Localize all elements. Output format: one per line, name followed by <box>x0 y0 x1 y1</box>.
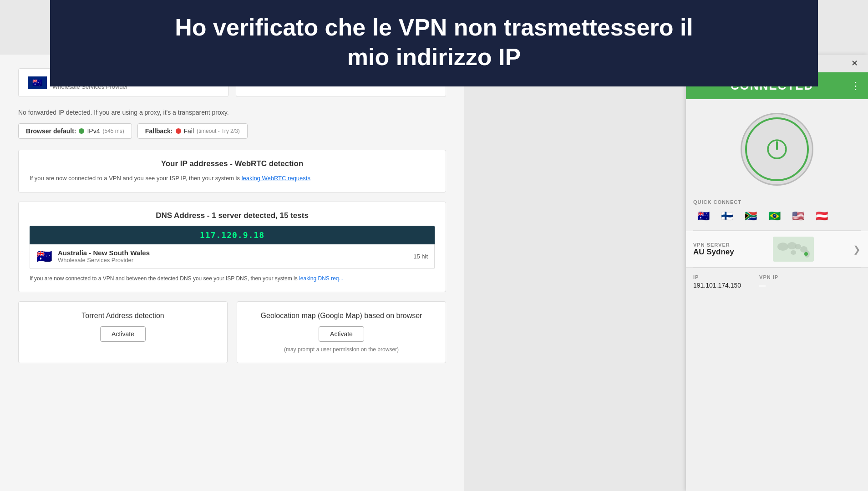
qc-flag-fi[interactable]: 🇫🇮 <box>717 209 737 223</box>
geolocation-title: Geolocation map (Google Map) based on br… <box>246 312 437 320</box>
fallback-badge: Fallback: Fail (timeout - Try 2/3) <box>137 123 248 139</box>
fallback-status-dot <box>176 128 181 134</box>
qc-flag-us[interactable]: 🇺🇸 <box>788 209 808 223</box>
banner-text-line2: mio indirizzo IP <box>347 44 521 70</box>
world-map-svg <box>773 237 814 262</box>
geolocation-card: Geolocation map (Google Map) based on br… <box>237 301 446 363</box>
power-circle-container <box>686 99 868 195</box>
webrtc-section: Your IP addresses - WebRTC detection If … <box>18 150 446 192</box>
svg-point-5 <box>795 244 801 249</box>
torrent-activate-button[interactable]: Activate <box>100 326 146 342</box>
browser-default-status: IPv4 <box>87 127 100 135</box>
dns-ip-bar: 117.120.9.18 <box>30 226 435 244</box>
test-row: Browser default: IPv4 (545 ms) Fallback:… <box>18 123 446 139</box>
vpn-server-label: VPN SERVER <box>693 242 734 248</box>
ip-label: IP <box>693 274 741 280</box>
geolocation-activate-button[interactable]: Activate <box>319 326 364 342</box>
qc-flag-at[interactable]: 🇦🇹 <box>812 209 832 223</box>
vpn-ip-value: — <box>759 282 778 289</box>
vpn-server-chevron-icon[interactable]: ❯ <box>853 244 861 255</box>
dns-ip-container: 117.120.9.18 🇦🇺 Australia - New South Wa… <box>30 226 435 269</box>
vpn-server-section[interactable]: VPN SERVER AU Sydney ❯ <box>686 231 868 268</box>
dns-hits: 15 hit <box>413 253 428 260</box>
quick-connect-section: QUICK CONNECT 🇦🇺 🇫🇮 🇿🇦 🇧🇷 🇺🇸 🇦🇹 <box>686 195 868 230</box>
ip-info-section: IP 191.101.174.150 VPN IP — <box>686 268 868 295</box>
vpn-server-name: AU Sydney <box>693 248 734 257</box>
ip-block: IP 191.101.174.150 <box>693 274 741 289</box>
banner: Ho verificato che le VPN non trasmettess… <box>50 0 818 86</box>
qc-flag-br[interactable]: 🇧🇷 <box>764 209 784 223</box>
main-content: 🇦🇺 Australia - New South Wales Wholesale… <box>0 55 464 491</box>
svg-point-3 <box>777 243 788 251</box>
dns-warning-text: If you are now connected to a VPN and be… <box>30 274 435 283</box>
power-circle-outer <box>741 113 813 186</box>
no-forward-text: No forwarded IP detected. If you are usi… <box>18 104 446 123</box>
fallback-detail: (timeout - Try 2/3) <box>197 128 240 134</box>
vpn-server-map <box>773 237 814 262</box>
browser-default-detail: (545 ms) <box>102 128 124 134</box>
browser-default-label: Browser default: <box>26 127 76 135</box>
banner-text-line1: Ho verificato che le VPN non trasmettess… <box>175 14 693 40</box>
pia-panel: Private Internet Access ✕ CONNECTED ⋮ QU… <box>686 55 868 491</box>
torrent-title: Torrent Address detection <box>28 312 218 320</box>
svg-point-6 <box>791 250 796 255</box>
webrtc-title: Your IP addresses - WebRTC detection <box>30 159 435 168</box>
dns-section: DNS Address - 1 server detected, 15 test… <box>18 202 446 292</box>
ipv4-status-dot <box>79 128 84 134</box>
torrent-card: Torrent Address detection Activate <box>18 301 228 363</box>
vpn-ip-label: VPN IP <box>759 274 778 280</box>
quick-connect-flags: 🇦🇺 🇫🇮 🇿🇦 🇧🇷 🇺🇸 🇦🇹 <box>693 209 861 223</box>
flag-australia-icon: 🇦🇺 <box>28 76 47 89</box>
qc-flag-za[interactable]: 🇿🇦 <box>741 209 761 223</box>
dns-warning-link[interactable]: leaking DNS req... <box>299 275 343 282</box>
quick-connect-label: QUICK CONNECT <box>693 199 861 205</box>
webrtc-text: If you are now connected to a VPN and yo… <box>30 174 435 183</box>
dns-location-title: Australia - New South Wales <box>58 249 150 257</box>
dns-location-sub: Wholesale Services Provider <box>58 257 150 263</box>
browser-default-badge: Browser default: IPv4 (545 ms) <box>18 123 132 139</box>
webrtc-link[interactable]: leaking WebRTC requests <box>242 175 310 182</box>
dns-location-row: 🇦🇺 Australia - New South Wales Wholesale… <box>30 244 435 269</box>
svg-point-9 <box>804 252 808 256</box>
fallback-status: Fail <box>184 127 194 135</box>
dns-title: DNS Address - 1 server detected, 15 test… <box>30 211 435 220</box>
pia-more-button[interactable]: ⋮ <box>851 81 861 91</box>
fallback-label: Fallback: <box>145 127 173 135</box>
pia-close-button[interactable]: ✕ <box>848 58 861 68</box>
power-icon <box>765 137 789 161</box>
geolocation-note: (may prompt a user permission on the bro… <box>246 346 437 353</box>
bottom-cards: Torrent Address detection Activate Geolo… <box>18 301 446 363</box>
ip-value: 191.101.174.150 <box>693 282 741 289</box>
vpn-ip-block: VPN IP — <box>759 274 778 289</box>
dns-flag-icon: 🇦🇺 <box>36 249 52 264</box>
power-button[interactable] <box>745 117 809 181</box>
qc-flag-au[interactable]: 🇦🇺 <box>693 209 713 223</box>
